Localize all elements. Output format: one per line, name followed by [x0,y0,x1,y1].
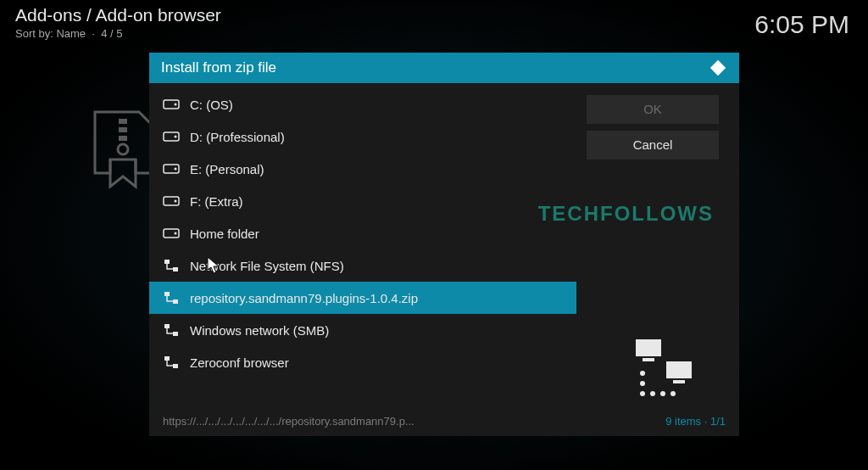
ok-button[interactable]: OK [587,95,719,124]
file-item-label: E: (Personal) [190,162,264,176]
svg-point-7 [175,136,177,138]
svg-point-28 [640,391,645,396]
file-item-label: Network File System (NFS) [190,259,344,273]
footer-path: https://.../.../.../.../.../.../.../repo… [163,415,415,428]
file-item-label: Home folder [190,227,259,241]
file-item-6[interactable]: repository.sandmann79.plugins-1.0.4.zip [149,282,576,314]
file-item-4[interactable]: Home folder [149,217,576,249]
svg-rect-14 [164,260,170,264]
svg-point-31 [670,391,676,396]
svg-rect-23 [643,358,654,361]
file-item-1[interactable]: D: (Professional) [149,120,576,153]
svg-rect-21 [173,364,178,368]
svg-point-30 [660,391,665,396]
side-panel: OK Cancel TECHFOLLOWS [576,83,739,406]
clock: 6:05 PM [754,10,849,39]
watermark-text: TECHFOLLOWS [538,202,714,226]
sort-info: Sort by: Name · 4 / 5 [15,27,221,40]
svg-rect-15 [173,267,178,271]
zip-icon [88,110,156,190]
file-item-0[interactable]: C: (OS) [149,88,576,120]
file-item-3[interactable]: F: (Extra) [149,185,576,217]
network-icon [624,336,700,402]
svg-rect-18 [164,324,170,328]
svg-rect-22 [636,339,661,356]
svg-rect-24 [666,361,692,378]
file-item-label: Windows network (SMB) [190,323,329,338]
file-item-2[interactable]: E: (Personal) [149,153,576,185]
svg-rect-19 [173,332,178,336]
svg-point-5 [175,104,177,106]
svg-rect-2 [119,136,127,141]
svg-rect-0 [119,119,127,124]
svg-rect-20 [164,356,170,361]
svg-point-11 [175,200,177,203]
cancel-button[interactable]: Cancel [587,131,719,159]
file-item-label: Zeroconf browser [190,355,289,370]
svg-point-3 [118,144,128,154]
footer-item-count: 9 items [665,415,701,428]
file-item-5[interactable]: Network File System (NFS) [149,249,576,282]
file-item-8[interactable]: Zeroconf browser [149,346,576,378]
file-list: C: (OS)D: (Professional)E: (Personal)F: … [149,83,576,406]
dialog-footer: https://.../.../.../.../.../.../.../repo… [149,406,739,436]
file-item-label: F: (Extra) [190,194,243,209]
file-item-label: D: (Professional) [190,130,285,144]
file-item-label: C: (OS) [190,98,233,112]
svg-point-26 [640,371,645,376]
dialog-title: Install from zip file [161,59,276,76]
footer-page: 1/1 [710,415,726,428]
svg-rect-17 [173,299,178,304]
file-item-7[interactable]: Windows network (SMB) [149,314,576,346]
svg-rect-1 [119,127,127,132]
svg-point-27 [640,381,645,386]
svg-rect-16 [164,292,170,296]
kodi-logo-icon [709,59,727,77]
svg-rect-25 [673,380,685,383]
svg-point-29 [650,391,655,396]
file-item-label: repository.sandmann79.plugins-1.0.4.zip [190,291,418,305]
install-dialog: Install from zip file C: (OS)D: (Profess… [149,53,739,436]
svg-point-13 [175,232,177,235]
svg-point-9 [175,168,177,171]
dialog-title-bar: Install from zip file [149,53,739,83]
breadcrumb: Add-ons / Add-on browser [15,5,221,25]
